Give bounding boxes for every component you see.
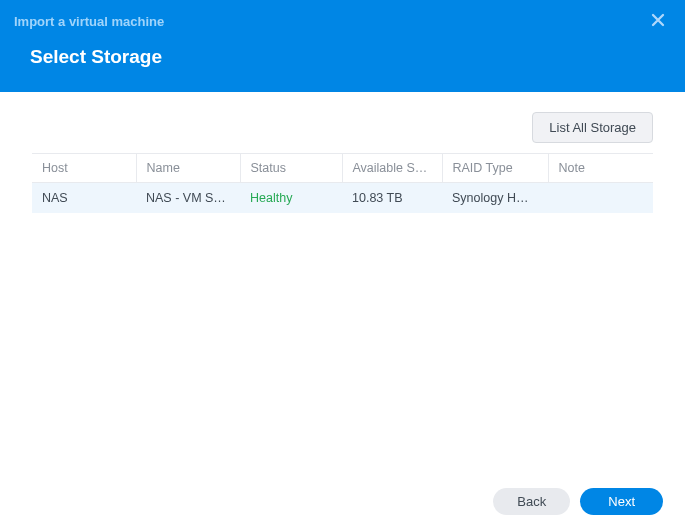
next-button[interactable]: Next xyxy=(580,488,663,515)
col-header-status[interactable]: Status xyxy=(240,154,342,183)
table-header-row: Host Name Status Available S… RAID Type … xyxy=(32,154,653,183)
dialog-footer: Back Next xyxy=(0,476,685,527)
dialog-title: Import a virtual machine xyxy=(14,14,164,29)
storage-table: Host Name Status Available S… RAID Type … xyxy=(32,153,653,213)
dialog-header: Import a virtual machine Select Storage xyxy=(0,0,685,92)
toolbar: List All Storage xyxy=(32,112,653,143)
cell-note xyxy=(548,183,653,214)
cell-raid: Synology H… xyxy=(442,183,548,214)
col-header-name[interactable]: Name xyxy=(136,154,240,183)
list-all-storage-button[interactable]: List All Storage xyxy=(532,112,653,143)
page-heading: Select Storage xyxy=(0,32,685,68)
cell-available: 10.83 TB xyxy=(342,183,442,214)
col-header-host[interactable]: Host xyxy=(32,154,136,183)
col-header-note[interactable]: Note xyxy=(548,154,653,183)
header-top-bar: Import a virtual machine xyxy=(0,0,685,32)
cell-name: NAS - VM S… xyxy=(136,183,240,214)
back-button[interactable]: Back xyxy=(493,488,570,515)
content-area: List All Storage Host Name Status Availa… xyxy=(0,92,685,213)
cell-host: NAS xyxy=(32,183,136,214)
close-icon[interactable] xyxy=(647,10,669,32)
col-header-raid[interactable]: RAID Type xyxy=(442,154,548,183)
cell-status: Healthy xyxy=(240,183,342,214)
table-row[interactable]: NAS NAS - VM S… Healthy 10.83 TB Synolog… xyxy=(32,183,653,214)
col-header-available[interactable]: Available S… xyxy=(342,154,442,183)
